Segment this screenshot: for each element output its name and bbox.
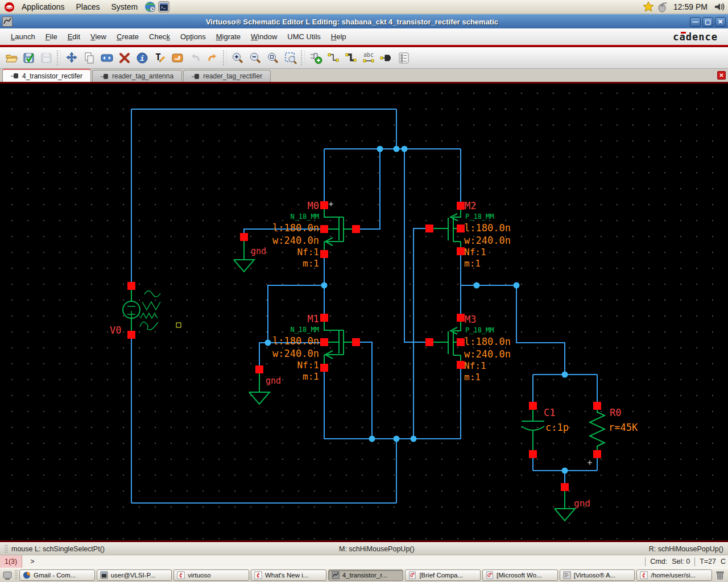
menu-edit[interactable]: Edit	[63, 30, 85, 43]
distro-icon[interactable]	[3, 1, 15, 13]
zoom-out-icon[interactable]	[246, 49, 264, 67]
check-and-save-icon[interactable]	[20, 49, 38, 67]
tab-label: 4_transistor_rectifer	[22, 72, 82, 80]
command-prompt[interactable]: >	[22, 558, 42, 566]
redo-icon[interactable]	[204, 49, 221, 67]
statusbar-grip	[5, 545, 8, 553]
properties-icon[interactable]: i	[133, 49, 151, 67]
tab-close-button[interactable]: ✕	[717, 71, 726, 80]
delete-icon[interactable]	[115, 49, 133, 67]
gnd-symbol-2[interactable]: gnd	[555, 491, 590, 521]
terminal-launcher-icon[interactable]	[158, 1, 169, 13]
create-wire-icon[interactable]	[324, 49, 342, 67]
clock[interactable]: 12:59 PM	[670, 2, 711, 11]
toolbar-separator	[57, 51, 61, 65]
instance-M2[interactable]: M2 P_18_MM l:180.0n w:240.0n Nf:1 m:1	[429, 200, 511, 269]
marker-square	[176, 323, 181, 327]
mouse-icon[interactable]	[656, 1, 668, 13]
menu-help[interactable]: Help	[326, 30, 351, 43]
star-icon[interactable]	[643, 1, 654, 13]
schematic-icon	[101, 73, 109, 80]
menu-launch[interactable]: Launch	[6, 30, 40, 43]
menu-migrate[interactable]: Migrate	[211, 30, 246, 43]
copy-icon[interactable]	[80, 49, 98, 67]
places-menu[interactable]: Places	[72, 1, 105, 13]
create-wide-wire-icon[interactable]	[342, 49, 359, 67]
minimize-button[interactable]: —	[690, 17, 701, 27]
undo-icon[interactable]	[186, 49, 204, 67]
tab-reader-tag-antenna[interactable]: reader_tag_antenna	[92, 70, 182, 82]
tab-reader-tag-rectifier[interactable]: reader_tag_rectifier	[183, 70, 271, 82]
create-instance-icon[interactable]	[307, 49, 324, 67]
window-titlebar[interactable]: Virtuoso® Schematic Editor L Editing: sh…	[0, 14, 728, 28]
prop-mult: m:1	[464, 258, 481, 269]
task-4-transistor-rectifier[interactable]: 4_transistor_r...	[328, 569, 404, 581]
object-properties-icon[interactable]	[395, 49, 412, 67]
menu-file[interactable]: File	[40, 30, 63, 43]
edit-labels-icon[interactable]: T	[151, 49, 168, 67]
gnd-symbol-0[interactable]: gnd	[234, 241, 266, 272]
prop-length: l:180.0n	[272, 335, 319, 347]
prop-mult: m:1	[464, 372, 481, 383]
zoom-to-area-icon[interactable]	[282, 49, 299, 67]
status-right: R: schHiMousePopUp()	[649, 545, 723, 553]
menu-view[interactable]: View	[85, 30, 111, 43]
menu-create[interactable]: Create	[111, 30, 144, 43]
instance-M3[interactable]: M3 P_18_MM l:180.0n w:240.0n Nf:1 m:1	[429, 314, 511, 383]
stretch-icon[interactable]	[98, 49, 115, 67]
create-wire-name-icon[interactable]: abc	[359, 49, 377, 67]
instance-V0[interactable]: V0	[110, 290, 160, 336]
create-pin-icon[interactable]	[377, 49, 395, 67]
menu-umc-utils[interactable]: UMC Utils	[282, 30, 326, 43]
temperature: T=27	[700, 558, 716, 566]
maximize-button[interactable]: ▢	[702, 17, 713, 27]
close-button[interactable]: ✕	[715, 17, 726, 27]
wires[interactable]	[131, 109, 597, 503]
menu-check[interactable]: Check	[144, 30, 175, 43]
open-icon[interactable]	[2, 49, 20, 67]
task-virtuoso-analysis[interactable]: [Virtuoso® A...	[560, 569, 635, 581]
separator	[645, 558, 646, 566]
statusbar: mouse L: schSingleSelectPt() M: schHiMou…	[0, 542, 728, 555]
zoom-fit-icon[interactable]	[264, 49, 282, 67]
show-desktop-icon[interactable]	[2, 569, 13, 581]
task-virtuoso[interactable]: c̄ virtuoso	[173, 569, 249, 581]
prop-width: w:240.0n	[464, 348, 511, 360]
instance-R0[interactable]: R0 r=45K	[590, 407, 638, 454]
prop-length: l:180.0n	[464, 336, 511, 347]
applications-menu[interactable]: Applications	[17, 1, 69, 13]
prop-fingers: Nf:1	[297, 247, 319, 257]
task-whats-new[interactable]: c̄ What's New i...	[251, 569, 326, 581]
web-browser-icon[interactable]	[144, 1, 156, 13]
taskbar-grip	[15, 570, 18, 580]
task-terminal[interactable]: user@VLSI-P...	[97, 569, 172, 581]
cell-name: P_18_MM	[465, 213, 494, 221]
volume-icon[interactable]	[713, 1, 725, 13]
toolbar-separator	[223, 51, 227, 65]
instance-M1[interactable]: M1 N_18_MM l:180.0n w:240.0n Nf:1 m:1	[272, 313, 356, 382]
instance-C1[interactable]: C1 c:1p	[522, 407, 569, 454]
svg-text:c̄: c̄	[179, 572, 183, 579]
pin-handles[interactable]	[127, 201, 601, 491]
instance-M0[interactable]: M0 N_18_MM l:180.0n w:240.0n Nf:1 m:1	[272, 200, 356, 269]
save-icon[interactable]	[38, 49, 55, 67]
menu-window[interactable]: Window	[246, 30, 282, 43]
tab-4-transistor-rectifer[interactable]: 4_transistor_rectifer	[2, 69, 91, 82]
trash-icon[interactable]	[714, 569, 726, 581]
history-counter[interactable]: 1(3)	[0, 555, 22, 568]
cmd-label: Cmd:	[650, 558, 667, 566]
task-microsoft-word[interactable]: [Microsoft Wo...	[482, 569, 558, 581]
move-icon[interactable]	[63, 49, 80, 67]
task-home-user[interactable]: c̄ /home/user/si...	[636, 569, 712, 581]
descend-icon[interactable]	[168, 49, 186, 67]
task-gmail[interactable]: Gmail - Com...	[19, 569, 95, 581]
instance-name: V0	[110, 325, 121, 336]
instance-name: M3	[465, 314, 476, 325]
menu-options[interactable]: Options	[175, 30, 211, 43]
cadence-icon: c̄	[254, 571, 262, 579]
system-menu[interactable]: System	[107, 1, 143, 13]
task-brief-comparison[interactable]: [Brief Compa...	[405, 569, 481, 581]
zoom-in-icon[interactable]	[229, 49, 246, 67]
gnd-symbol-1[interactable]: gnd	[249, 373, 281, 404]
schematic-canvas[interactable]: M0 N_18_MM l:180.0n w:240.0n Nf:1 m:1 M1…	[0, 82, 728, 542]
